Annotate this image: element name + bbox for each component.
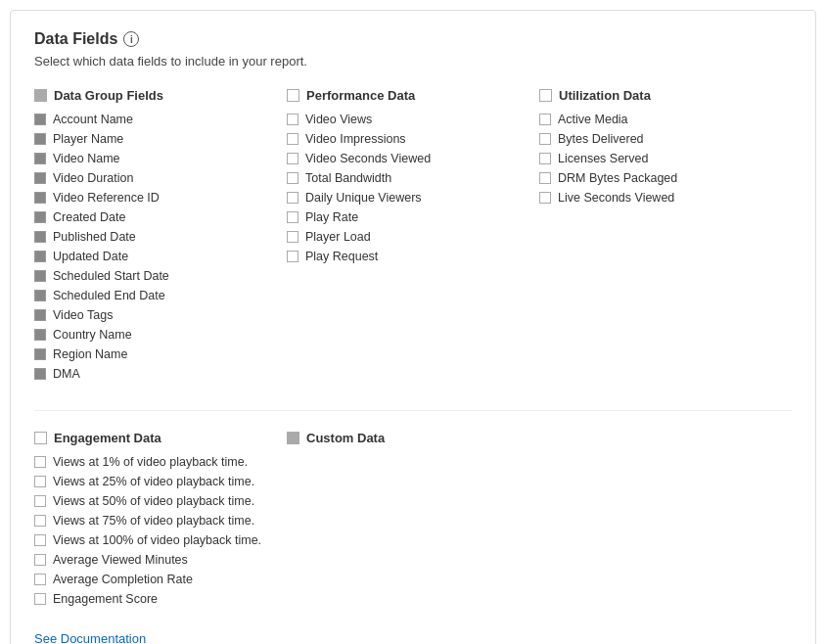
play-request-checkbox[interactable] (287, 251, 298, 262)
field-label: Play Rate (305, 210, 358, 224)
daily-unique-viewers-checkbox[interactable] (287, 192, 298, 204)
updated-date-checkbox[interactable] (34, 251, 46, 262)
custom-data-header[interactable]: Custom Data (287, 431, 524, 445)
field-label: Scheduled End Date (53, 289, 165, 302)
created-date-checkbox[interactable] (34, 211, 46, 223)
published-date-checkbox[interactable] (34, 231, 46, 243)
list-item[interactable]: Video Duration (34, 171, 271, 185)
list-item[interactable]: Views at 1% of video playback time. (34, 455, 271, 469)
field-label: Views at 100% of video playback time. (53, 533, 261, 547)
field-label: Scheduled Start Date (53, 269, 169, 283)
scheduled-end-date-checkbox[interactable] (34, 290, 46, 301)
list-item[interactable]: Daily Unique Viewers (287, 191, 524, 205)
list-item[interactable]: Updated Date (34, 250, 271, 263)
region-name-checkbox[interactable] (34, 348, 46, 360)
list-item[interactable]: Country Name (34, 328, 271, 342)
video-impressions-checkbox[interactable] (287, 133, 298, 145)
play-rate-checkbox[interactable] (287, 211, 298, 223)
avg-viewed-minutes-checkbox[interactable] (34, 554, 46, 566)
list-item[interactable]: Player Name (34, 132, 271, 146)
list-item[interactable]: Play Rate (287, 210, 524, 224)
list-item[interactable]: Live Seconds Viewed (539, 191, 776, 205)
list-item[interactable]: Average Viewed Minutes (34, 553, 271, 567)
video-seconds-viewed-checkbox[interactable] (287, 153, 298, 164)
player-load-checkbox[interactable] (287, 231, 298, 243)
list-item[interactable]: Views at 25% of video playback time. (34, 475, 271, 488)
list-item[interactable]: Total Bandwidth (287, 171, 524, 185)
engagement-score-checkbox[interactable] (34, 593, 46, 605)
scheduled-start-date-checkbox[interactable] (34, 270, 46, 282)
list-item[interactable]: Player Load (287, 230, 524, 244)
fields-grid: Data Group Fields Account Name Player Na… (34, 88, 792, 387)
list-item[interactable]: Video Impressions (287, 132, 524, 146)
list-item[interactable]: Scheduled End Date (34, 289, 271, 302)
list-item[interactable]: Region Name (34, 347, 271, 361)
list-item[interactable]: DRM Bytes Packaged (539, 171, 776, 185)
list-item[interactable]: Views at 50% of video playback time. (34, 494, 271, 508)
views-25pct-checkbox[interactable] (34, 476, 46, 487)
custom-data-checkbox[interactable] (287, 432, 299, 444)
total-bandwidth-checkbox[interactable] (287, 172, 298, 184)
field-label: Player Name (53, 132, 123, 146)
list-item[interactable]: Active Media (539, 113, 776, 126)
active-media-checkbox[interactable] (539, 114, 551, 125)
list-item[interactable]: Average Completion Rate (34, 573, 271, 586)
utilization-data-label: Utilization Data (559, 88, 651, 103)
list-item[interactable]: Created Date (34, 210, 271, 224)
bottom-grid: Engagement Data Views at 1% of video pla… (34, 410, 792, 612)
performance-data-header[interactable]: Performance Data (287, 88, 524, 103)
data-group-checkbox[interactable] (34, 89, 47, 102)
utilization-data-checkbox[interactable] (539, 89, 552, 102)
list-item[interactable]: Video Name (34, 152, 271, 165)
views-100pct-checkbox[interactable] (34, 534, 46, 546)
performance-data-checkbox[interactable] (287, 89, 299, 102)
list-item[interactable]: Play Request (287, 250, 524, 263)
views-50pct-checkbox[interactable] (34, 495, 46, 507)
video-duration-checkbox[interactable] (34, 172, 46, 184)
info-icon[interactable]: i (123, 31, 139, 47)
video-name-checkbox[interactable] (34, 153, 46, 164)
player-name-checkbox[interactable] (34, 133, 46, 145)
account-name-checkbox[interactable] (34, 114, 46, 125)
custom-data-label: Custom Data (306, 431, 385, 445)
field-label: Views at 1% of video playback time. (53, 455, 248, 469)
list-item[interactable]: Video Views (287, 113, 524, 126)
views-75pct-checkbox[interactable] (34, 515, 46, 527)
field-label: Video Views (305, 113, 372, 126)
list-item[interactable]: Licenses Served (539, 152, 776, 165)
list-item[interactable]: Account Name (34, 113, 271, 126)
field-label: Average Viewed Minutes (53, 553, 188, 567)
list-item[interactable]: Video Seconds Viewed (287, 152, 524, 165)
field-label: Video Duration (53, 171, 133, 185)
utilization-data-header[interactable]: Utilization Data (539, 88, 776, 103)
list-item[interactable]: Video Tags (34, 308, 271, 322)
field-label: Engagement Score (53, 592, 158, 606)
list-item[interactable]: DMA (34, 367, 271, 381)
country-name-checkbox[interactable] (34, 329, 46, 341)
dma-checkbox[interactable] (34, 368, 46, 380)
list-item[interactable]: Bytes Delivered (539, 132, 776, 146)
bytes-delivered-checkbox[interactable] (539, 133, 551, 145)
see-documentation-link[interactable]: See Documentation (34, 631, 146, 644)
video-reference-id-checkbox[interactable] (34, 192, 46, 204)
list-item[interactable]: Engagement Score (34, 592, 271, 606)
views-1pct-checkbox[interactable] (34, 456, 46, 468)
engagement-data-label: Engagement Data (54, 431, 161, 445)
video-tags-checkbox[interactable] (34, 309, 46, 321)
list-item[interactable]: Views at 75% of video playback time. (34, 514, 271, 528)
licenses-served-checkbox[interactable] (539, 153, 551, 164)
live-seconds-viewed-checkbox[interactable] (539, 192, 551, 204)
data-group-header[interactable]: Data Group Fields (34, 88, 271, 103)
drm-bytes-packaged-checkbox[interactable] (539, 172, 551, 184)
list-item[interactable]: Views at 100% of video playback time. (34, 533, 271, 547)
list-item[interactable]: Video Reference ID (34, 191, 271, 205)
avg-completion-rate-checkbox[interactable] (34, 574, 46, 585)
utilization-data-fields: Utilization Data Active Media Bytes Deli… (539, 88, 792, 387)
engagement-data-header[interactable]: Engagement Data (34, 431, 271, 445)
engagement-data-checkbox[interactable] (34, 432, 47, 444)
list-item[interactable]: Scheduled Start Date (34, 269, 271, 283)
field-label: Video Seconds Viewed (305, 152, 431, 165)
video-views-checkbox[interactable] (287, 114, 298, 125)
list-item[interactable]: Published Date (34, 230, 271, 244)
field-label: Views at 50% of video playback time. (53, 494, 254, 508)
